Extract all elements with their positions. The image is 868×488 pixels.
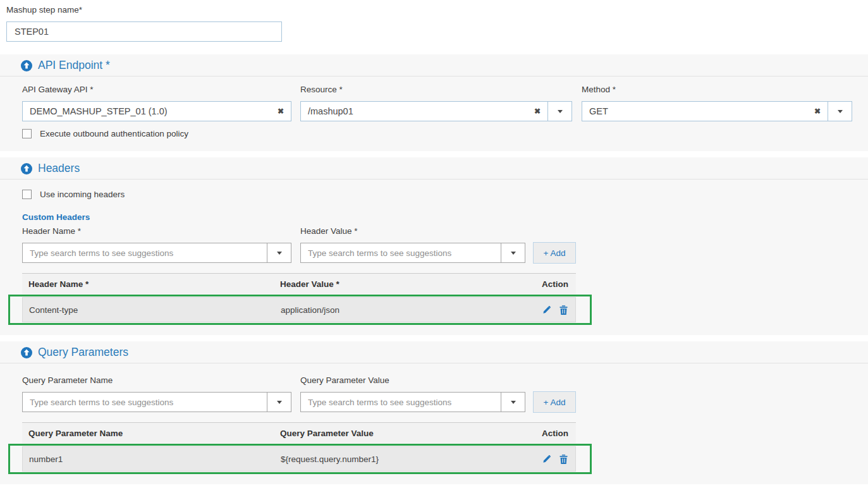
header-name-typeahead (22, 243, 291, 263)
query-param-value-input[interactable] (308, 397, 494, 407)
resource-clear-icon[interactable]: ✖ (534, 107, 541, 115)
caret-down-icon (511, 252, 516, 255)
method-dropdown-button[interactable] (828, 101, 852, 121)
headers-table-head: Header Name * Header Value * Action (22, 273, 576, 294)
headers-body: Use incoming headers Custom Headers Head… (0, 180, 868, 335)
add-query-param-button[interactable]: + Add (533, 391, 576, 413)
query-parameters-header: Query Parameters (0, 341, 868, 363)
query-param-value-label: Query Parameter Value (300, 375, 389, 385)
query-param-name-typeahead (22, 392, 291, 412)
api-endpoint-body: API Gateway API * ✖ Resource * ✖ (0, 76, 868, 151)
headers-table-row: Content-type application/json (22, 297, 576, 322)
query-param-name-input[interactable] (30, 397, 260, 407)
collapse-up-icon[interactable] (21, 60, 32, 71)
header-row-name: Content-type (23, 305, 281, 315)
query-param-value-typeahead (300, 392, 525, 412)
api-gateway-api-combo: ✖ (22, 101, 291, 121)
resource-input[interactable] (308, 106, 529, 116)
column-action: Action (519, 429, 576, 438)
api-gateway-api-clear-icon[interactable]: ✖ (278, 107, 284, 115)
api-gateway-api-label: API Gateway API * (22, 85, 291, 94)
header-value-input-wrap (300, 243, 501, 263)
method-label: Method * (582, 85, 852, 94)
query-param-name-input-wrap (22, 392, 267, 412)
column-query-param-name: Query Parameter Name (22, 429, 280, 438)
section-api-endpoint: API Endpoint * API Gateway API * ✖ Resou… (0, 54, 868, 151)
header-value-input[interactable] (308, 248, 494, 258)
method-input-wrap: ✖ (582, 101, 828, 121)
outbound-auth-label: Execute outbound authentication policy (40, 129, 188, 138)
header-value-typeahead (300, 243, 525, 263)
query-param-value-input-wrap (300, 392, 501, 412)
mashup-step-name-label: Mashup step name* (6, 5, 868, 15)
edit-icon[interactable] (542, 454, 551, 464)
query-params-table-head: Query Parameter Name Query Parameter Val… (22, 422, 576, 443)
caret-down-icon (511, 401, 516, 404)
delete-icon[interactable] (559, 305, 568, 315)
resource-combo: ✖ (300, 101, 572, 121)
caret-down-icon (558, 110, 563, 113)
add-header-button[interactable]: + Add (533, 242, 576, 264)
section-headers: Headers Use incoming headers Custom Head… (0, 157, 868, 335)
caret-down-icon (838, 110, 843, 113)
query-param-row-name: number1 (23, 454, 281, 464)
delete-icon[interactable] (559, 454, 568, 464)
method-input[interactable] (589, 106, 809, 116)
column-action: Action (519, 279, 576, 289)
mashup-step-name-input[interactable] (6, 21, 282, 42)
section-title-query-parameters[interactable]: Query Parameters (38, 346, 128, 359)
column-query-param-value: Query Parameter Value (280, 429, 519, 438)
outbound-auth-checkbox[interactable] (22, 129, 32, 138)
query-param-name-label: Query Parameter Name (22, 375, 300, 385)
caret-down-icon (277, 252, 282, 255)
collapse-up-icon[interactable] (21, 163, 32, 174)
header-name-dropdown-button[interactable] (267, 243, 291, 263)
header-row-value: application/json (281, 305, 518, 315)
use-incoming-headers-checkbox[interactable] (22, 190, 32, 199)
query-param-row-value: ${request.query.number1} (281, 454, 518, 464)
header-name-input[interactable] (30, 248, 260, 258)
query-params-table: Query Parameter Name Query Parameter Val… (22, 422, 576, 472)
query-params-table-row: number1 ${request.query.number1} (22, 446, 576, 472)
api-gateway-api-input[interactable] (30, 106, 272, 116)
column-header-value: Header Value * (280, 279, 519, 289)
section-query-parameters: Query Parameters Query Parameter Name Qu… (0, 341, 868, 484)
resource-label: Resource * (300, 85, 572, 94)
outbound-auth-row: Execute outbound authentication policy (0, 129, 868, 138)
section-title-headers[interactable]: Headers (38, 162, 80, 175)
header-name-input-wrap (22, 243, 267, 263)
use-incoming-headers-label: Use incoming headers (40, 190, 125, 199)
header-value-label: Header Value * (300, 226, 358, 236)
custom-headers-title: Custom Headers (0, 212, 868, 222)
resource-input-wrap: ✖ (300, 101, 548, 121)
edit-icon[interactable] (542, 305, 551, 315)
caret-down-icon (277, 401, 282, 404)
query-param-name-dropdown-button[interactable] (267, 392, 291, 412)
headers-table: Header Name * Header Value * Action Cont… (22, 273, 576, 322)
query-parameters-body: Query Parameter Name Query Parameter Val… (0, 363, 868, 484)
api-gateway-api-input-wrap: ✖ (22, 101, 291, 121)
api-endpoint-header: API Endpoint * (0, 54, 868, 76)
method-combo: ✖ (582, 101, 852, 121)
header-value-dropdown-button[interactable] (501, 243, 525, 263)
use-incoming-headers-row: Use incoming headers (0, 190, 868, 199)
headers-header: Headers (0, 157, 868, 180)
column-header-name: Header Name * (22, 279, 280, 289)
resource-dropdown-button[interactable] (547, 101, 572, 121)
mashup-step-name-field: Mashup step name* (0, 0, 868, 42)
collapse-up-icon[interactable] (21, 347, 32, 358)
query-param-value-dropdown-button[interactable] (501, 392, 525, 412)
section-title-api-endpoint[interactable]: API Endpoint * (38, 59, 110, 72)
header-name-label: Header Name * (22, 226, 300, 236)
method-clear-icon[interactable]: ✖ (814, 107, 821, 115)
